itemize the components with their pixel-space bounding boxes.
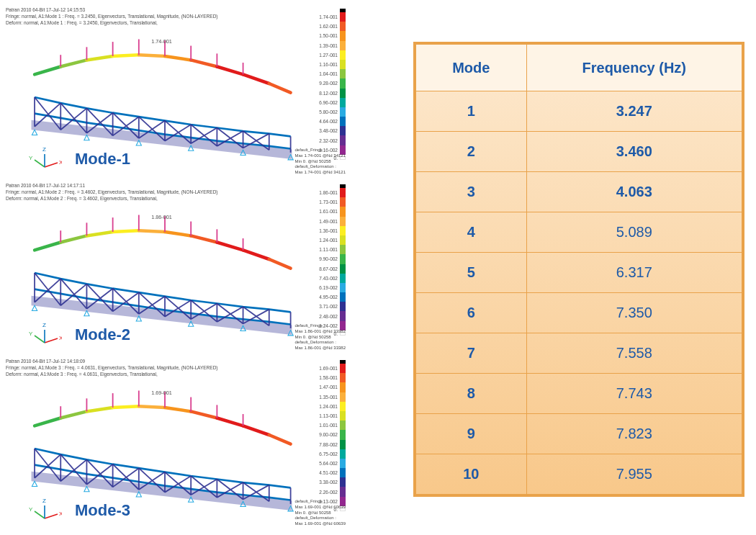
legend-value: 1.11-001: [319, 247, 340, 252]
axis-triad-icon: [29, 497, 62, 521]
legend-value: 1.86-001: [319, 190, 340, 195]
legend-value: 1.39-001: [319, 43, 340, 48]
legend-value: 1.73-001: [319, 199, 340, 204]
legend-value: 3.71-002: [319, 304, 340, 309]
legend-swatch: [340, 69, 346, 78]
svg-text:1.69-001: 1.69-001: [151, 390, 172, 396]
patran-caption: Patran 2010 64-Bit 17-Jul-12 14:17:11 Fr…: [6, 183, 218, 202]
table-header-mode: Mode: [415, 43, 526, 91]
legend-value: 1.58-001: [319, 375, 340, 380]
legend-value: 8.12-002: [319, 91, 340, 96]
legend-value: 1.04-001: [319, 71, 340, 76]
result-footer: default_Fringe : Max 1.74-001 @Nd 34121 …: [295, 148, 346, 176]
legend-value: 3.48-002: [319, 128, 340, 133]
mode-panel-2: Patran 2010 64-Bit 17-Jul-12 14:17:11 Fr…: [3, 181, 348, 354]
freq-cell: 7.350: [526, 293, 743, 333]
legend-value: 1.61-001: [319, 209, 340, 214]
legend-value: 7.88-002: [319, 442, 340, 447]
legend-swatch: [340, 78, 346, 88]
legend-swatch: [340, 107, 346, 117]
legend-swatch: [340, 245, 346, 254]
table-row: 67.350: [415, 293, 743, 333]
table-row: 23.460: [415, 132, 743, 172]
legend-swatch: [340, 217, 346, 226]
legend-value: 1.74-001: [319, 14, 340, 19]
table-row: 97.823: [415, 414, 743, 454]
mode-cell: 3: [415, 172, 526, 212]
legend-swatch: [340, 430, 346, 439]
table-row: 45.089: [415, 212, 743, 253]
table-row: 34.063: [415, 172, 743, 212]
legend-swatch: [340, 22, 346, 31]
legend-swatch: [340, 459, 346, 468]
legend-value: 1.01-001: [319, 423, 340, 428]
mode-cell: 4: [415, 212, 526, 253]
legend-swatch: [340, 311, 346, 320]
legend-value: 2.26-002: [319, 490, 340, 495]
legend-swatch: [340, 264, 346, 274]
legend-swatch: [340, 235, 346, 245]
freq-cell: 7.823: [526, 414, 743, 454]
result-footer: default_Fringe : Max 1.69-001 @Nd 60639 …: [295, 499, 346, 527]
freq-cell: 5.089: [526, 212, 743, 253]
patran-caption: Patran 2010 64-Bit 17-Jul-12 14:18:09 Fr…: [6, 359, 218, 377]
legend-value: 1.49-001: [319, 219, 340, 224]
legend-swatch: [340, 373, 346, 382]
legend-swatch: [340, 50, 346, 60]
legend-swatch: [340, 392, 346, 402]
mode-cell: 2: [415, 132, 526, 172]
legend-swatch: [340, 254, 346, 264]
table-row: 56.317: [415, 253, 743, 293]
legend-value: 4.64-002: [319, 119, 340, 124]
legend-swatch: [340, 477, 346, 487]
frequency-table: Mode Frequency (Hz) 13.24723.46034.06345…: [413, 42, 744, 497]
legend-swatch: [340, 188, 346, 197]
legend-value: 4.51-002: [319, 470, 340, 475]
legend-value: 2.32-002: [319, 138, 340, 143]
legend-swatch: [340, 421, 346, 430]
legend-value: 9.90-002: [319, 256, 340, 261]
legend-value: 1.24-001: [319, 404, 340, 409]
legend-swatch: [340, 292, 346, 302]
legend-value: 1.27-001: [319, 53, 340, 58]
legend-swatch: [340, 98, 346, 107]
legend-swatch: [340, 41, 346, 50]
legend-swatch: [340, 440, 346, 449]
legend-swatch: [340, 197, 346, 207]
axis-triad-icon: [29, 321, 62, 346]
legend-swatch: [340, 135, 346, 145]
legend-value: 6.75-002: [319, 451, 340, 457]
axis-triad-icon: [29, 145, 62, 170]
legend-value: 7.43-002: [319, 276, 340, 281]
legend-value: 1.62-001: [319, 24, 340, 29]
legend-value: 6.19-002: [319, 285, 340, 290]
legend-value: 3.38-002: [319, 480, 340, 485]
legend-swatch: [340, 12, 346, 22]
mode-cell: 10: [415, 454, 526, 496]
legend-value: 1.50-001: [319, 33, 340, 38]
legend-value: 1.13-001: [319, 413, 340, 418]
mode-label-3: Mode-3: [75, 501, 130, 520]
freq-cell: 4.063: [526, 172, 743, 212]
table-row: 87.743: [415, 374, 743, 414]
fringe-legend: 1.86-0011.73-0011.61-0011.49-0011.36-001…: [319, 184, 346, 338]
legend-swatch: [340, 449, 346, 459]
legend-swatch: [340, 283, 346, 292]
legend-value: 1.24-001: [319, 238, 340, 243]
legend-value: 9.00-002: [319, 432, 340, 437]
legend-swatch: [340, 126, 346, 135]
mode-panel-1: Patran 2010 64-Bit 17-Jul-12 14:15:53 Fr…: [3, 6, 348, 179]
table-row: 107.955: [415, 454, 743, 496]
mode-cell: 6: [415, 293, 526, 333]
freq-cell: 7.955: [526, 454, 743, 496]
legend-swatch: [340, 402, 346, 411]
freq-cell: 7.558: [526, 333, 743, 374]
svg-text:1.86-001: 1.86-001: [151, 214, 172, 220]
legend-swatch: [340, 31, 346, 40]
mode-cell: 5: [415, 253, 526, 293]
mode-cell: 9: [415, 414, 526, 454]
legend-value: 1.69-001: [319, 366, 340, 371]
legend-value: 6.96-002: [319, 100, 340, 105]
legend-swatch: [340, 411, 346, 421]
legend-value: 1.16-001: [319, 62, 340, 67]
